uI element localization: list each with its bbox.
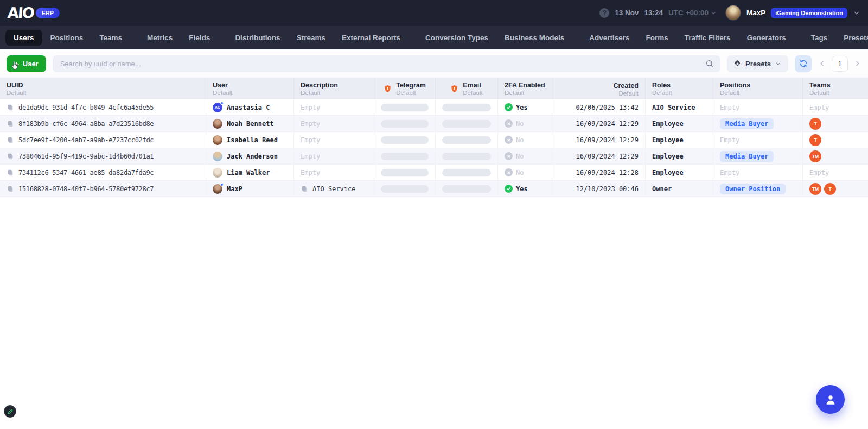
app-logo[interactable]: AIO ERP [8,5,60,20]
column-header-positions[interactable]: Positions Default [713,78,803,99]
check-icon [505,185,513,193]
chevron-right-icon [853,59,861,68]
empty-value: Empty [301,104,320,111]
column-header-2fa[interactable]: 2FA Enabled Default [498,78,552,99]
table-row[interactable]: 8f183b9b-cf6c-4964-a8ba-a7d23516bd8e Noa… [0,116,868,132]
user-profile-fab[interactable] [816,385,845,414]
presets-button[interactable]: Presets [727,55,788,72]
nav-item-users[interactable]: Users [5,30,42,46]
check-icon [505,103,513,111]
team-badge[interactable]: T [809,118,821,130]
pencil-icon [7,408,14,415]
created-value: 16/09/2024 12:29 [576,136,639,144]
presets-chevron-down-icon [775,60,782,67]
copy-icon[interactable] [301,185,308,193]
nav-item-external-reports[interactable]: External Reports [334,30,409,46]
nav-item-generators[interactable]: Generators [739,30,794,46]
column-header-user[interactable]: User Default [206,78,294,99]
main-nav: Users Positions Teams Metrics Fields Dis… [0,26,868,49]
avatar [213,135,222,145]
copy-icon[interactable] [7,136,14,144]
team-badge[interactable]: T [824,183,836,195]
2fa-value: Yes [516,185,528,193]
redacted-email [442,104,491,111]
column-header-uuid[interactable]: UUID Default [0,78,206,99]
person-icon [824,393,838,407]
nav-item-fields[interactable]: Fields [181,30,218,46]
nav-item-business-models[interactable]: Business Models [496,30,572,46]
nav-item-teams[interactable]: Teams [91,30,130,46]
workspace-badge[interactable]: iGaming Demonstration [771,8,847,18]
account-chevron-down-icon[interactable] [853,9,860,17]
column-header-teams[interactable]: Teams Default [803,78,868,99]
presets-label: Presets [745,60,771,68]
timezone-selector[interactable]: UTC +00:00 [668,9,717,17]
next-page-button[interactable] [853,59,861,68]
2fa-value: No [516,153,524,160]
uuid-value: 8f183b9b-cf6c-4964-a8ba-a7d23516bd8e [18,120,154,128]
prev-page-button[interactable] [818,59,827,68]
user-name: Jack Anderson [227,153,278,160]
empty-value: Empty [301,120,320,128]
column-header-description[interactable]: Description Default [294,78,374,99]
role-value: Employee [652,169,684,176]
page-number-input[interactable]: 1 [832,56,848,72]
user-name: Noah Bennett [227,120,274,128]
nav-item-tags[interactable]: Tags [803,30,836,46]
user-avatar[interactable] [725,5,741,21]
chevron-left-icon [818,59,827,68]
copy-icon[interactable] [7,104,14,111]
table-row[interactable]: 734112c6-5347-4661-ae85-da82da7fda9c Lia… [0,165,868,181]
created-value: 16/09/2024 12:29 [576,153,639,160]
2fa-value: Yes [516,104,528,111]
copy-icon[interactable] [7,169,14,176]
nav-item-streams[interactable]: Streams [289,30,334,46]
nav-item-distributions[interactable]: Distributions [227,30,288,46]
column-header-roles[interactable]: Roles Default [646,78,713,99]
position-pill[interactable]: Media Buyer [720,151,774,162]
copy-icon[interactable] [7,185,14,193]
position-pill[interactable]: Media Buyer [720,118,774,129]
redacted-telegram [381,185,429,193]
team-badge[interactable]: T [809,134,821,146]
add-user-label: User [23,60,39,68]
nav-item-metrics[interactable]: Metrics [139,30,181,46]
copy-icon[interactable] [7,153,14,160]
table-row[interactable]: 15168828-0748-40f7-b964-5780ef9728c7 Max… [0,181,868,197]
nav-item-positions[interactable]: Positions [42,30,92,46]
refresh-button[interactable] [795,55,812,72]
nav-item-presets[interactable]: Presets [835,30,868,46]
dev-tools-badge[interactable] [4,405,16,418]
uuid-value: 734112c6-5347-4661-ae85-da82da7fda9c [18,169,154,176]
redacted-email [442,136,491,144]
empty-value: Empty [720,136,739,144]
position-pill[interactable]: Owner Position [720,184,786,194]
search-input[interactable] [59,59,705,68]
logo-text: AIO [7,5,34,20]
table-row[interactable]: 5dc7ee9f-4200-4ab7-a9ab-e7237cc02fdc Isa… [0,132,868,148]
nav-item-traffic-filters[interactable]: Traffic Filters [676,30,739,46]
copy-icon[interactable] [7,120,14,128]
help-icon[interactable]: ? [599,8,609,18]
team-badge[interactable]: TM [809,150,821,162]
column-header-telegram[interactable]: Telegram Default [374,78,436,99]
column-header-email[interactable]: Email Default [436,78,498,99]
uuid-value: 15168828-0748-40f7-b964-5780ef9728c7 [18,185,154,193]
nav-item-advertisers[interactable]: Advertisers [581,30,637,46]
redacted-telegram [381,153,429,160]
2fa-value: No [516,169,524,176]
redacted-telegram [381,136,429,144]
team-badge[interactable]: TM [809,183,821,195]
empty-value: Empty [301,169,320,176]
column-header-created[interactable]: Created Default [552,78,646,99]
redacted-telegram [381,120,429,128]
search-icon[interactable] [705,59,714,68]
table-row[interactable]: de1da9dc-931d-4f7c-b049-4cfc6a45de55 AC … [0,99,868,116]
role-value: Employee [652,136,684,144]
redacted-email [442,153,491,160]
add-user-button[interactable]: + User [7,55,46,72]
nav-item-forms[interactable]: Forms [638,30,676,46]
nav-item-conversion-types[interactable]: Conversion Types [417,30,496,46]
table-row[interactable]: 7380461d-95f9-419c-9abc-1d4b60d701a1 Jac… [0,148,868,165]
current-date: 13 Nov [615,9,639,17]
